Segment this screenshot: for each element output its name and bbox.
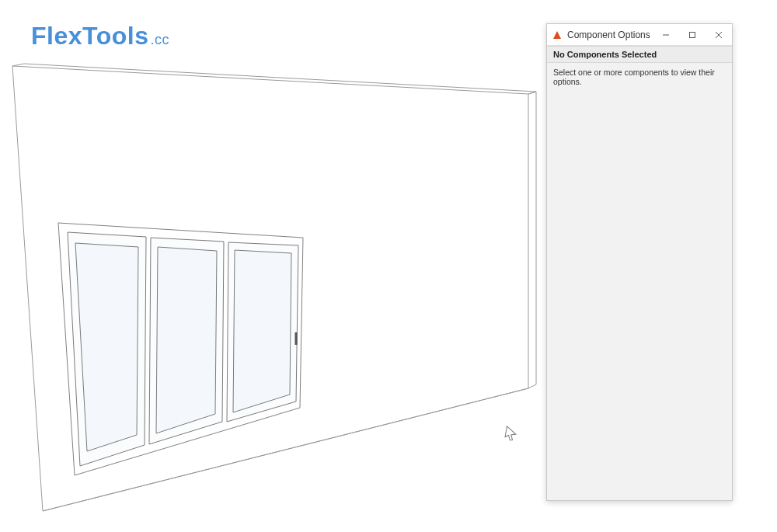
close-button[interactable]	[706, 24, 732, 46]
dialog-body-text: Select one or more components to view th…	[553, 68, 715, 86]
select-cursor-icon	[502, 424, 520, 442]
svg-rect-10	[690, 32, 695, 37]
svg-marker-3	[156, 247, 217, 433]
svg-marker-5	[233, 250, 291, 412]
logo-main: FlexTools	[31, 22, 148, 50]
dialog-subhead: No Components Selected	[547, 46, 732, 63]
dialog-titlebar[interactable]: Component Options	[547, 24, 732, 46]
maximize-button[interactable]	[679, 24, 706, 46]
minimize-button[interactable]	[653, 24, 679, 46]
flextools-logo: FlexTools.cc	[31, 22, 169, 50]
component-options-window[interactable]: Component Options No Components Selected…	[546, 23, 733, 501]
dialog-body: Select one or more components to view th…	[547, 63, 732, 500]
dialog-title: Component Options	[567, 30, 650, 40]
logo-suffix: .cc	[150, 32, 169, 47]
svg-marker-8	[553, 31, 561, 39]
sketchup-icon	[552, 30, 563, 40]
